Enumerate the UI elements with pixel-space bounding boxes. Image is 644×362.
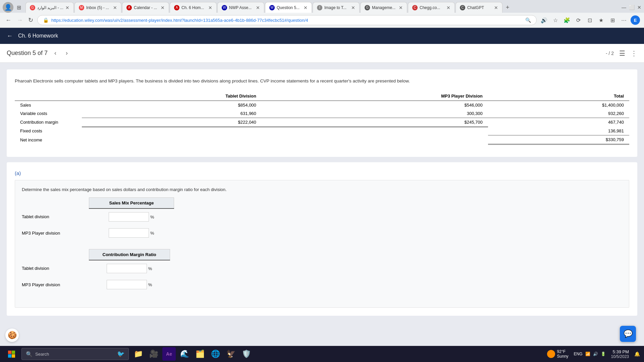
taskbar-app-red-icon[interactable]: 🦅 [224, 347, 237, 361]
tablet-cmr-input[interactable] [107, 264, 147, 273]
reload-button[interactable]: ↻ [27, 15, 35, 25]
svg-rect-1 [12, 351, 15, 354]
restore-button[interactable]: ⬜ [629, 5, 635, 10]
taskbar-chrome-icon[interactable]: 🌐 [209, 347, 222, 361]
taskbar-clock[interactable]: 5:39 PM 10/5/2023 [611, 349, 629, 359]
sales-mix-table: Sales Mix Percentage Tablet division % [22, 197, 174, 241]
battery-icon[interactable]: 🔋 [601, 352, 606, 356]
toolbar-icons: 🔊 ☆ 🧩 ⟳ ⊡ ★ ⊞ ⋯ E [539, 15, 640, 25]
weather-widget: 92°F Sunny [547, 349, 569, 359]
close-button[interactable]: ✕ [637, 5, 641, 10]
back-button[interactable]: ← [4, 15, 13, 25]
tab-chegg[interactable]: C Chegg.co... ✕ [408, 2, 455, 13]
col-sales-mix-header: Sales Mix Percentage [89, 198, 174, 209]
favorites-icon[interactable]: ☆ [551, 15, 560, 25]
taskbar-norton-icon[interactable]: 🛡️ [239, 347, 253, 361]
tab-gmail-inbox[interactable]: M Inbox (5) - ... ✕ [74, 2, 121, 13]
tab-favicon: A [174, 5, 179, 10]
tab-close-icon[interactable]: ✕ [159, 5, 165, 10]
edge-profile-avatar[interactable]: E [631, 15, 640, 25]
minimize-button[interactable]: — [622, 5, 626, 10]
tab-close-icon[interactable]: ✕ [63, 5, 69, 10]
tab-close-icon[interactable]: ✕ [492, 5, 498, 10]
start-button[interactable] [4, 347, 19, 361]
tab-close-icon[interactable]: ✕ [254, 5, 260, 10]
tab-gmail-arabic[interactable]: G البريد الوارد - ... ✕ [25, 2, 74, 13]
mp3-sales-mix-input[interactable] [109, 228, 149, 238]
question-nav: Question 5 of 7 ‹ › - / 2 ☰ ⋮ [0, 44, 644, 63]
collections-icon[interactable]: ⊞ [608, 15, 617, 25]
forward-button[interactable]: → [15, 15, 24, 25]
clock-time: 5:39 PM [611, 349, 629, 354]
weather-condition: Sunny [557, 354, 569, 359]
col-header-total: Total [488, 92, 629, 101]
language-indicator: ENG [574, 352, 583, 356]
split-view-icon[interactable]: ⊡ [585, 15, 594, 25]
cell-cm-tablet: $222,040 [82, 118, 262, 127]
tab-close-icon[interactable]: ✕ [349, 5, 355, 10]
tab-grid-icon[interactable]: ⊞ [13, 2, 24, 13]
tab-image-to[interactable]: I Image to T... ✕ [313, 2, 360, 13]
network-icon[interactable]: 📶 [585, 352, 590, 356]
tab-calendar[interactable]: A Calendar - ... ✕ [122, 2, 169, 13]
tab-close-icon[interactable]: ✕ [397, 5, 403, 10]
more-icon[interactable]: ⋯ [619, 15, 629, 25]
tab-close-icon[interactable]: ✕ [444, 5, 450, 10]
url-text: https://education.wiley.com/was/ui/v2/as… [51, 18, 523, 23]
section-description: Determine the sales mix percentage based… [22, 187, 622, 192]
volume-icon[interactable]: 🔊 [593, 352, 598, 356]
search-bar-icon: 🔍 [525, 17, 531, 23]
notification-icon[interactable]: 🔔 [634, 351, 640, 357]
tablet-division-label-sm: Tablet division [22, 208, 89, 225]
taskbar-zoom-icon[interactable]: 🎥 [147, 347, 160, 361]
mp3-cmr-input[interactable] [107, 280, 147, 289]
new-tab-button[interactable]: + [503, 3, 512, 12]
taskbar-search-bar[interactable]: 🔍 Search 🐦 [21, 348, 129, 360]
next-question-button[interactable]: › [63, 48, 70, 58]
tab-favicon: C [460, 5, 465, 10]
mp3-division-label-sm: MP3 Player division [22, 225, 89, 241]
tab-management[interactable]: G Manageme... ✕ [360, 2, 407, 13]
tab-label: Question 5... [277, 5, 300, 10]
taskbar-search-icon: 🔍 [26, 351, 33, 357]
taskbar-apps: 📁 🎥 Ae 🌊 🗂️ 🌐 🦅 🛡️ [131, 347, 253, 361]
row-label-sales: Sales [15, 101, 82, 109]
tab-question5[interactable]: W Question 5... ✕ [265, 2, 312, 13]
tablet-cmr-cell: % [89, 260, 170, 277]
tab-bar: 👤 ⊞ G البريد الوارد - ... ✕ M Inbox (5) … [0, 0, 644, 13]
address-bar[interactable]: 🔒 https://education.wiley.com/was/ui/v2/… [37, 15, 537, 25]
cookie-button[interactable]: 🍪 [5, 328, 19, 342]
tab-close-icon[interactable]: ✕ [111, 5, 117, 10]
tab-close-icon[interactable]: ✕ [302, 5, 308, 10]
taskbar-sys-icons: ENG 📶 🔊 🔋 [574, 352, 606, 356]
browser-sync-icon[interactable]: ⟳ [574, 15, 583, 25]
col-cmr-header: Contribution Margin Ratio [89, 249, 170, 260]
tab-nwp[interactable]: W NWP Asse... ✕ [217, 2, 264, 13]
question-more-icon[interactable]: ⋮ [631, 49, 637, 57]
tab-favicon: G [365, 5, 370, 10]
tablet-sales-mix-input[interactable] [109, 212, 149, 222]
favorites-bar-icon[interactable]: ★ [596, 15, 606, 25]
taskbar-ae-icon[interactable]: Ae [162, 347, 176, 361]
read-aloud-icon[interactable]: 🔊 [539, 15, 549, 25]
taskbar-files-icon[interactable]: 📁 [131, 347, 145, 361]
chat-widget[interactable]: 💬 [620, 326, 636, 342]
prev-question-button[interactable]: ‹ [52, 48, 59, 58]
tab-favicon: C [412, 5, 418, 10]
cell-cm-mp3: $245,700 [262, 118, 488, 127]
tab-chatgpt[interactable]: C ChatGPT ✕ [455, 2, 502, 13]
table-row: MP3 Player division % [22, 225, 174, 241]
profile-icon[interactable]: 👤 [3, 2, 13, 13]
tab-ch6-homework[interactable]: A Ch. 6 Hom... ✕ [170, 2, 217, 13]
question-right: - / 2 ☰ ⋮ [606, 49, 637, 57]
weather-temp: 92°F [557, 349, 569, 354]
extensions-icon[interactable]: 🧩 [562, 15, 572, 25]
question-list-icon[interactable]: ☰ [619, 49, 625, 57]
taskbar-edge-icon[interactable]: 🌊 [178, 347, 191, 361]
table-row: Fixed costs 136,981 [15, 127, 629, 135]
taskbar-files2-icon[interactable]: 🗂️ [193, 347, 207, 361]
tab-favicon: G [30, 5, 35, 10]
tab-close-icon[interactable]: ✕ [206, 5, 212, 10]
table-row: MP3 Player division % [22, 277, 170, 293]
app-back-button[interactable]: ← [7, 33, 13, 40]
